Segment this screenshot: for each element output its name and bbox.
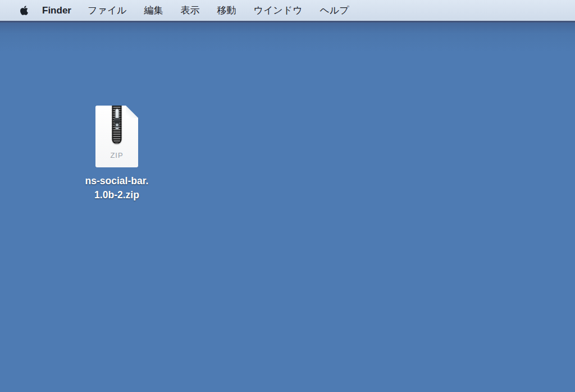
desktop[interactable]: ZIP ns-social-bar. 1.0b-2.zip <box>0 22 575 392</box>
menu-item-view[interactable]: 表示 <box>181 4 200 17</box>
menu-item-file[interactable]: ファイル <box>88 4 127 17</box>
menu-item-finder[interactable]: Finder <box>42 5 71 16</box>
menu-item-help[interactable]: ヘルプ <box>320 4 349 17</box>
zipper-pull <box>115 122 120 127</box>
zip-type-label: ZIP <box>95 151 138 159</box>
menu-item-window[interactable]: ウインドウ <box>254 4 303 17</box>
zip-document-icon: ZIP <box>95 106 138 167</box>
zip-file-icon[interactable]: ZIP ns-social-bar. 1.0b-2.zip <box>72 106 162 202</box>
menu-item-edit[interactable]: 編集 <box>144 4 163 17</box>
file-name-label[interactable]: ns-social-bar. 1.0b-2.zip <box>85 174 149 202</box>
file-name-line-2: 1.0b-2.zip <box>85 188 149 202</box>
file-name-line-1: ns-social-bar. <box>85 174 149 188</box>
menu-item-go[interactable]: 移動 <box>217 4 236 17</box>
page-fold-icon <box>126 106 138 118</box>
apple-menu[interactable] <box>20 5 29 16</box>
apple-icon <box>20 5 29 16</box>
menu-bar: Finder ファイル 編集 表示 移動 ウインドウ ヘルプ <box>0 0 575 21</box>
zipper-icon <box>112 103 122 144</box>
